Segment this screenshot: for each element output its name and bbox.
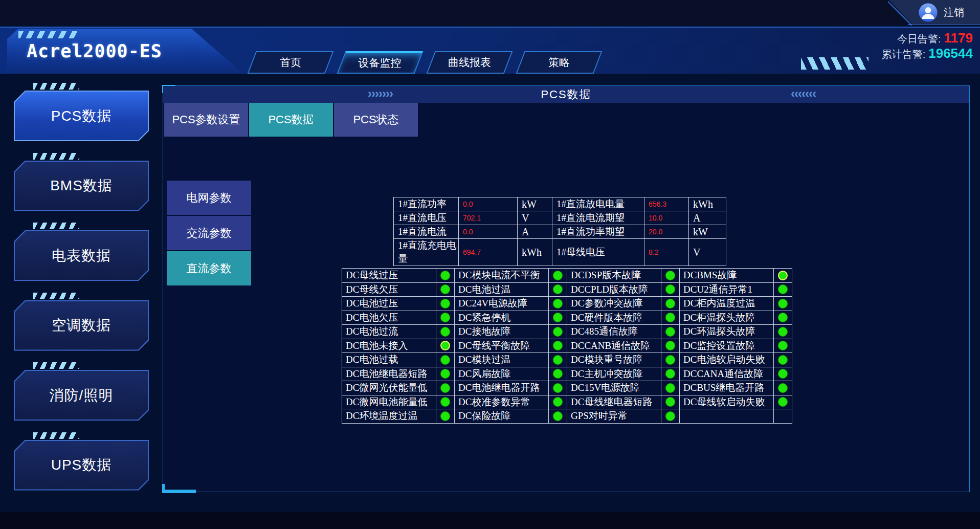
status-indicator-icon: [553, 299, 563, 308]
footer-bar: [0, 512, 980, 529]
metric-unit: kW: [518, 197, 552, 211]
status-indicator-icon: [440, 369, 450, 379]
param-button-ac-params[interactable]: 交流参数: [167, 216, 251, 250]
sidebar-item-label: BMS数据: [50, 176, 113, 195]
nav-tab-device-monitor[interactable]: 设备监控: [337, 51, 424, 74]
logout-label: 注销: [944, 6, 964, 19]
user-avatar-icon: [919, 3, 938, 22]
fault-indicator-cell: [774, 311, 792, 325]
metric-label: 1#直流电流期望: [552, 211, 644, 225]
sidebar-item-meter-data[interactable]: 电表数据: [14, 230, 149, 281]
sidebar-item-pcs-data[interactable]: PCS数据: [14, 91, 149, 141]
fault-indicator-cell: [549, 311, 567, 325]
status-row: DC电池继电器短路DC风扇故障DC主机冲突故障DCCANA通信故障: [342, 367, 792, 381]
metrics-row: 1#直流功率0.0kW1#直流放电电量656.3kWh: [394, 197, 726, 211]
status-indicator-icon: [553, 383, 563, 393]
panel-title: PCS数据: [541, 87, 591, 102]
nav-tab-home[interactable]: 首页: [248, 51, 334, 74]
metric-label: 1#直流功率: [394, 197, 459, 211]
fault-indicator-cell: [549, 395, 567, 409]
fault-indicator-cell: [436, 367, 455, 381]
fault-label: DCBMS故障: [680, 269, 774, 283]
param-button-grid-params[interactable]: 电网参数: [167, 181, 251, 215]
fault-label: DC柜内温度过温: [680, 297, 774, 311]
status-indicator-icon: [778, 383, 788, 393]
status-indicator-icon: [440, 313, 450, 322]
status-indicator-icon: [440, 341, 450, 350]
metric-value: 702.1: [459, 211, 518, 225]
tab-pcs-param-settings[interactable]: PCS参数设置: [164, 103, 248, 137]
sidebar-item-face: 空调数据: [15, 301, 148, 350]
sidebar-item-bms-data[interactable]: BMS数据: [14, 161, 149, 211]
fault-indicator-cell: [774, 297, 792, 311]
status-indicator-icon: [778, 313, 788, 322]
fault-label: DC母线平衡故障: [455, 339, 549, 353]
status-indicator-icon: [553, 355, 563, 365]
fault-label: DC母线软启动失败: [680, 395, 774, 409]
sidebar-item-ups-data[interactable]: UPS数据: [14, 440, 149, 491]
param-button-dc-params[interactable]: 直流参数: [167, 251, 251, 285]
fault-label: DC监控设置故障: [680, 339, 774, 353]
fault-indicator-cell: [774, 339, 792, 353]
nav-tab-strategy[interactable]: 策略: [516, 51, 603, 74]
today-alarm-value: 1179: [944, 30, 973, 46]
tab-pcs-status[interactable]: PCS状态: [334, 103, 418, 137]
fault-indicator-cell: [549, 297, 567, 311]
sidebar-item-label: 电表数据: [52, 246, 111, 266]
tab-pcs-data[interactable]: PCS数据: [249, 103, 333, 137]
hazard-stripes-icon: [33, 362, 79, 369]
sidebar-item-hvac-data[interactable]: 空调数据: [14, 300, 149, 351]
sidebar-item-face: 消防/照明: [15, 371, 148, 420]
fault-indicator-cell: [549, 367, 567, 381]
hazard-stripes-icon: [33, 153, 79, 160]
fault-label: DC485通信故障: [567, 325, 661, 339]
status-indicator-icon: [665, 355, 675, 365]
status-indicator-icon: [665, 271, 675, 280]
fault-label: DC校准参数异常: [455, 395, 549, 409]
metric-unit: V: [689, 239, 726, 266]
fault-label: DC硬件版本故障: [567, 311, 661, 325]
fault-indicator-cell: [774, 395, 792, 409]
fault-label: DC电池过流: [342, 325, 436, 339]
chevrons-right-icon: ›››››››: [368, 87, 393, 100]
status-indicator-icon: [553, 341, 563, 350]
fault-label: DC电池过压: [342, 297, 436, 311]
logout-button[interactable]: 注销: [889, 0, 980, 25]
nav-tab-label: 设备监控: [359, 56, 402, 70]
status-row: DC母线过压DC模块电流不平衡DCDSP版本故障DCBMS故障: [342, 269, 792, 283]
metric-label: 1#母线电压: [552, 239, 644, 266]
total-alarm-label: 累计告警:: [882, 49, 926, 60]
fault-label: DC电池过温: [455, 282, 549, 297]
metric-unit: A: [518, 225, 552, 239]
nav-tab-label: 策略: [548, 55, 570, 70]
fault-label: DC柜温探头故障: [680, 311, 774, 325]
fault-indicator-cell: [774, 325, 792, 339]
dc-fault-status-table: DC母线过压DC模块电流不平衡DCDSP版本故障DCBMS故障DC母线欠压DC电…: [342, 268, 792, 424]
status-indicator-icon: [553, 271, 563, 280]
sidebar-item-fire-lighting[interactable]: 消防/照明: [14, 370, 149, 421]
fault-indicator-cell: [774, 282, 792, 297]
fault-indicator-cell: [436, 353, 455, 367]
param-button-group: 电网参数交流参数直流参数: [167, 181, 251, 285]
fault-label: DC保险故障: [455, 409, 549, 424]
status-indicator-icon: [665, 397, 675, 407]
fault-indicator-cell: [661, 311, 680, 325]
status-indicator-icon: [665, 341, 675, 350]
fault-label: DC环境温度过温: [342, 409, 436, 424]
fault-indicator-cell: [661, 409, 680, 424]
fault-label: DC15V电源故障: [567, 381, 661, 395]
metric-value: 0.0: [459, 225, 518, 239]
metric-label: 1#直流功率期望: [552, 225, 644, 239]
status-row: DC微网电池能量低DC校准参数异常DC母线继电器短路DC母线软启动失败: [342, 395, 792, 409]
fault-label: GPS对时异常: [567, 409, 661, 424]
status-indicator-icon: [778, 299, 788, 308]
status-row: DC环境温度过温DC保险故障GPS对时异常: [342, 409, 792, 424]
fault-label: DCBUS继电器开路: [680, 381, 774, 395]
hazard-stripes-icon: [18, 31, 79, 38]
nav-tab-curve-report[interactable]: 曲线报表: [427, 51, 513, 74]
fault-indicator-cell: [774, 381, 792, 395]
status-row: DC母线欠压DC电池过温DCCPLD版本故障DCU2通信异常1: [342, 282, 792, 297]
fault-label: DC电池继电器开路: [455, 381, 549, 395]
sidebar-item-face: UPS数据: [15, 441, 148, 490]
fault-indicator-cell: [661, 367, 680, 381]
